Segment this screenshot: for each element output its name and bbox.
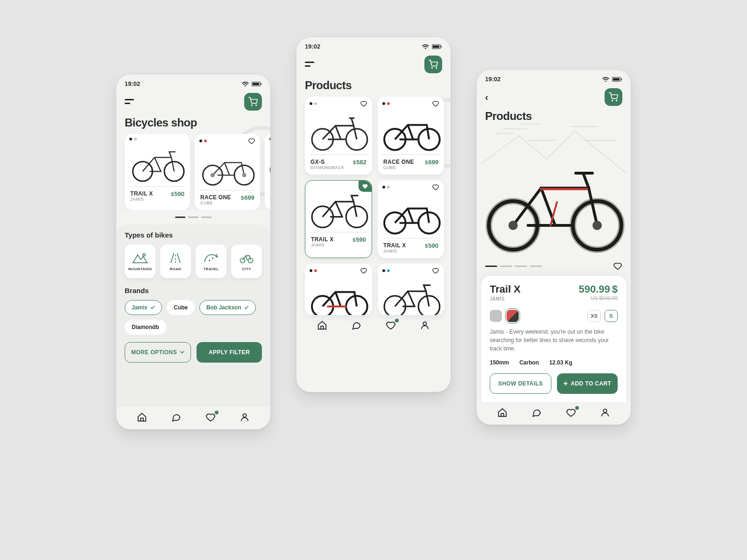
svg-point-12 [143,253,145,256]
product-card[interactable] [378,264,444,315]
spec-material: Carbon [519,359,539,366]
nav-favorites[interactable] [385,320,397,331]
cart-button[interactable] [424,56,442,73]
battery-icon [432,44,442,49]
nav-chat[interactable] [170,412,182,423]
type-travel[interactable]: TRAVEL [196,245,226,278]
svg-point-17 [243,414,247,417]
cart-button[interactable] [605,88,622,106]
nav-chat[interactable] [530,407,543,418]
svg-point-14 [212,258,213,259]
product-card[interactable] [305,264,372,315]
screen-product-detail: 19:02 ‹ Products [477,70,631,425]
heart-icon[interactable] [432,184,439,190]
status-time: 19:02 [485,76,500,83]
product-card-selected[interactable]: TRAIL XJAMIS$590 [305,180,372,258]
chevron-down-icon [180,350,184,354]
favorites-badge [395,319,399,322]
more-options-button[interactable]: MORE OPTIONS [125,342,191,363]
product-card[interactable]: TRAIL XJAMIS$590 [125,134,190,210]
brand-chip-bob-jackson[interactable]: Bob Jackson [199,300,256,315]
brand-chip-diamondback[interactable]: Diamondb [125,320,166,335]
product-card[interactable]: RACE ONECUBE$699 [378,97,444,175]
product-card[interactable]: TRAIL XJAMIS$590 [378,180,444,258]
type-mountains[interactable]: MOUNTAINS [125,245,155,278]
nav-profile[interactable] [599,407,611,418]
product-card[interactable]: GX-SDIAMONDBACK$582 [305,97,372,175]
product-card[interactable]: RACE ONECUBE$699 [195,134,260,210]
heart-icon[interactable] [248,138,255,144]
product-brand: JAMIS [490,296,521,301]
size-xs[interactable]: XS [587,310,601,322]
cart-button[interactable] [244,93,262,111]
plus-icon: + [564,379,568,388]
back-button[interactable]: ‹ [485,92,488,103]
nav-home[interactable] [136,412,148,423]
apply-filter-button[interactable]: APPLY FILTER [197,342,262,363]
svg-rect-19 [433,45,439,48]
svg-point-3 [252,105,253,106]
type-road[interactable]: ROAD [160,245,191,278]
product-description: Jamis - Every weekend, you're out on the… [490,328,618,353]
types-heading: Types of bikes [125,231,262,239]
product-card[interactable]: GX-SDIAMOND [265,134,270,210]
chat-icon [171,412,181,422]
size-s[interactable]: S [605,310,618,322]
hero: Products [477,108,631,258]
bike-image [381,110,441,152]
favorites-badge [215,411,218,414]
brand-chip-cube[interactable]: Cube [167,300,195,315]
nav-home[interactable] [316,320,328,331]
svg-point-21 [432,68,433,69]
svg-rect-38 [621,78,622,80]
heart-icon[interactable] [432,100,439,107]
bike-image [381,193,441,235]
profile-icon [420,320,430,330]
heart-icon[interactable] [613,262,622,270]
color-swatch-gray[interactable] [490,310,502,322]
svg-point-40 [616,100,617,101]
svg-rect-20 [441,46,442,47]
product-carousel[interactable]: TRAIL XJAMIS$590 RACE ONECUBE$699 GX-SDI… [116,134,270,210]
cart-icon [609,92,618,102]
status-bar: 19:02 [116,75,270,90]
type-city[interactable]: CITY [231,245,262,278]
menu-icon[interactable] [305,62,314,67]
add-to-cart-button[interactable]: +ADD TO CART [557,373,618,394]
road-icon [168,252,183,264]
product-old-price: US $590.99 [578,295,618,301]
nav-profile[interactable] [239,412,251,423]
nav-favorites[interactable] [204,412,217,423]
filter-section: Types of bikes MOUNTAINS ROAD TRAVEL CIT… [116,224,270,407]
bottom-nav [477,402,631,425]
cart-icon [429,60,438,69]
nav-home[interactable] [496,407,508,418]
product-price: 590.99$ [578,283,618,295]
product-name: TRAIL X [130,190,153,197]
status-bar: 19:02 [296,37,451,53]
status-time: 19:02 [305,43,320,50]
heart-icon[interactable] [360,267,367,274]
page-title: Products [296,75,451,97]
heart-icon[interactable] [360,100,367,107]
nav-favorites[interactable] [565,407,577,418]
heart-icon [386,321,396,330]
battery-icon [612,77,622,82]
bottom-nav [116,407,270,429]
svg-rect-2 [261,83,261,84]
profile-icon [240,412,250,422]
check-icon [244,306,249,309]
nav-chat[interactable] [350,320,362,331]
heart-icon [566,408,576,417]
nav-profile[interactable] [419,320,431,331]
brand-chip-jamis[interactable]: Jamis [125,300,162,315]
heart-icon[interactable] [432,267,439,274]
color-swatch-red-black[interactable] [507,310,519,322]
wifi-icon [422,44,429,49]
menu-icon[interactable] [125,99,134,105]
svg-rect-1 [253,83,259,85]
product-price: $590 [171,190,184,197]
show-details-button[interactable]: SHOW DETAILS [490,373,551,394]
svg-rect-37 [613,78,620,80]
carousel-pager [116,210,270,222]
